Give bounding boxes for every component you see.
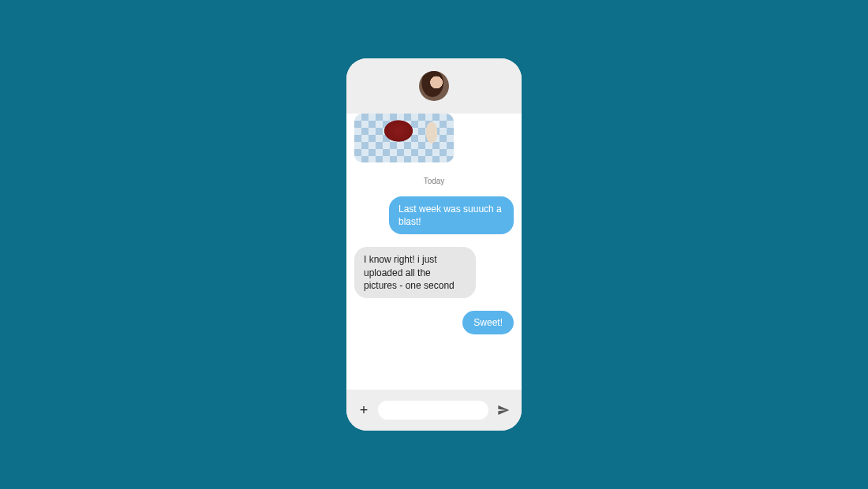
message-input[interactable] (378, 401, 488, 420)
message-sent[interactable]: Last week was suuuch a blast! (389, 196, 514, 234)
date-separator: Today (354, 177, 514, 185)
message-composer: + (346, 390, 522, 431)
send-button[interactable] (496, 403, 511, 417)
phone-frame: Today Last week was suuuch a blast! I kn… (346, 58, 522, 431)
message-sent[interactable]: Sweet! (462, 311, 514, 334)
message-thread[interactable]: Today Last week was suuuch a blast! I kn… (346, 114, 522, 390)
chat-header (346, 58, 522, 114)
contact-avatar[interactable] (419, 71, 449, 101)
add-attachment-button[interactable]: + (357, 404, 370, 416)
message-received[interactable]: I know right! i just uploaded all the pi… (354, 247, 476, 298)
image-attachment[interactable] (354, 114, 454, 162)
plus-icon: + (360, 403, 369, 417)
send-icon (497, 404, 510, 416)
